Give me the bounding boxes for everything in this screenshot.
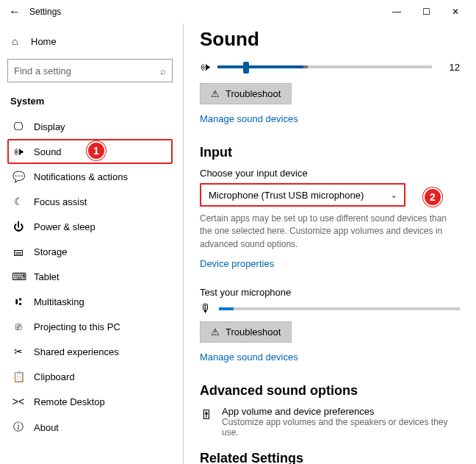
main-content: Sound 🕪 12 ⚠ Troubleshoot Manage sound d… xyxy=(183,24,476,464)
nav-icon: 💬 xyxy=(12,171,25,182)
nav-label: Power & sleep xyxy=(34,221,95,232)
nav-icon: ⌨ xyxy=(12,271,25,282)
warning-icon: ⚠ xyxy=(211,326,220,338)
volume-slider[interactable] xyxy=(217,65,432,68)
sidebar-item-shared-experiences[interactable]: ✂Shared experiences xyxy=(7,339,173,364)
volume-value: 12 xyxy=(439,62,460,73)
sidebar: ⌂ Home Find a setting ⌕ System 🖵Display🕪… xyxy=(0,24,180,464)
input-heading: Input xyxy=(200,145,460,160)
nav-label: Focus assist xyxy=(34,196,87,207)
nav-icon: 📋 xyxy=(12,371,25,382)
nav-label: Tablet xyxy=(34,271,60,282)
input-device-select[interactable]: Microphone (Trust USB microphone) ⌄ xyxy=(200,183,405,207)
nav-label: Clipboard xyxy=(34,371,75,382)
nav-icon: 🖴 xyxy=(12,246,25,257)
callout-2: 2 xyxy=(423,188,442,207)
warning-icon: ⚠ xyxy=(211,88,220,99)
input-help-text: Certain apps may be set up to use differ… xyxy=(200,213,460,251)
choose-input-label: Choose your input device xyxy=(200,168,460,179)
sidebar-item-display[interactable]: 🖵Display xyxy=(7,114,173,139)
section-label: System xyxy=(7,93,173,114)
nav-label: Projecting to this PC xyxy=(34,321,120,332)
nav-label: Shared experiences xyxy=(34,346,119,357)
sidebar-item-projecting-to-this-pc[interactable]: ⎚Projecting to this PC xyxy=(7,314,173,339)
nav-label: Notifications & actions xyxy=(34,171,128,182)
troubleshoot-input-button[interactable]: ⚠ Troubleshoot xyxy=(200,321,292,343)
chevron-down-icon: ⌄ xyxy=(391,191,397,199)
test-mic-label: Test your microphone xyxy=(200,287,460,298)
nav-label: Remote Desktop xyxy=(34,396,105,407)
home-button[interactable]: ⌂ Home xyxy=(7,29,173,53)
advanced-heading: Advanced sound options xyxy=(200,383,460,399)
callout-1: 1 xyxy=(87,141,106,160)
sidebar-item-storage[interactable]: 🖴Storage xyxy=(7,239,173,264)
search-placeholder: Find a setting xyxy=(14,65,160,76)
sidebar-item-multitasking[interactable]: ⑆Multitasking xyxy=(7,289,173,314)
speaker-icon: 🕪 xyxy=(200,61,210,73)
app-volume-sub: Customize app volumes and the speakers o… xyxy=(222,417,460,438)
manage-input-link[interactable]: Manage sound devices xyxy=(200,351,298,363)
nav-icon: ⏻ xyxy=(12,221,25,232)
nav-label: About xyxy=(34,422,59,433)
app-volume-title: App volume and device preferences xyxy=(222,406,460,417)
mic-level-bar xyxy=(219,307,460,310)
sidebar-item-tablet[interactable]: ⌨Tablet xyxy=(7,264,173,289)
search-input[interactable]: Find a setting ⌕ xyxy=(7,59,173,82)
sidebar-item-about[interactable]: ⓘAbout xyxy=(7,414,173,440)
manage-output-link[interactable]: Manage sound devices xyxy=(200,113,298,124)
related-heading: Related Settings xyxy=(200,451,460,464)
nav-icon: 🕪 xyxy=(12,146,25,157)
minimize-icon[interactable]: — xyxy=(382,7,411,17)
device-properties-link[interactable]: Device properties xyxy=(200,258,274,269)
sidebar-item-focus-assist[interactable]: ☾Focus assist xyxy=(7,189,173,214)
nav-icon: ⎚ xyxy=(12,321,25,332)
sidebar-item-power-sleep[interactable]: ⏻Power & sleep xyxy=(7,214,173,239)
nav-label: Sound xyxy=(34,146,62,157)
back-icon[interactable]: ← xyxy=(6,5,24,18)
nav-icon: ☾ xyxy=(12,196,25,207)
titlebar: ← Settings — ☐ ✕ xyxy=(0,0,476,24)
input-device-value: Microphone (Trust USB microphone) xyxy=(209,190,364,201)
sidebar-item-notifications-actions[interactable]: 💬Notifications & actions xyxy=(7,164,173,189)
nav-label: Multitasking xyxy=(34,296,84,307)
troubleshoot-output-button[interactable]: ⚠ Troubleshoot xyxy=(200,83,292,104)
sliders-icon: 🎚 xyxy=(200,406,213,438)
mic-test-row: 🎙 xyxy=(200,302,460,315)
sidebar-item-remote-desktop[interactable]: ><Remote Desktop xyxy=(7,389,173,414)
home-label: Home xyxy=(31,36,57,47)
nav-icon: ✂ xyxy=(12,346,25,357)
sidebar-item-clipboard[interactable]: 📋Clipboard xyxy=(7,364,173,389)
nav-label: Display xyxy=(34,121,65,132)
nav-icon: >< xyxy=(12,396,25,407)
volume-row: 🕪 12 xyxy=(200,61,460,73)
home-icon: ⌂ xyxy=(12,35,24,47)
close-icon[interactable]: ✕ xyxy=(441,7,470,17)
app-volume-item[interactable]: 🎚 App volume and device preferences Cust… xyxy=(200,406,460,438)
nav-icon: 🖵 xyxy=(12,121,25,132)
maximize-icon[interactable]: ☐ xyxy=(411,7,441,17)
nav-label: Storage xyxy=(34,246,68,257)
window-title: Settings xyxy=(29,7,61,17)
page-title: Sound xyxy=(200,28,460,51)
nav-icon: ⓘ xyxy=(12,421,25,434)
search-icon: ⌕ xyxy=(160,65,166,76)
nav-icon: ⑆ xyxy=(12,296,25,307)
microphone-icon: 🎙 xyxy=(200,302,212,315)
